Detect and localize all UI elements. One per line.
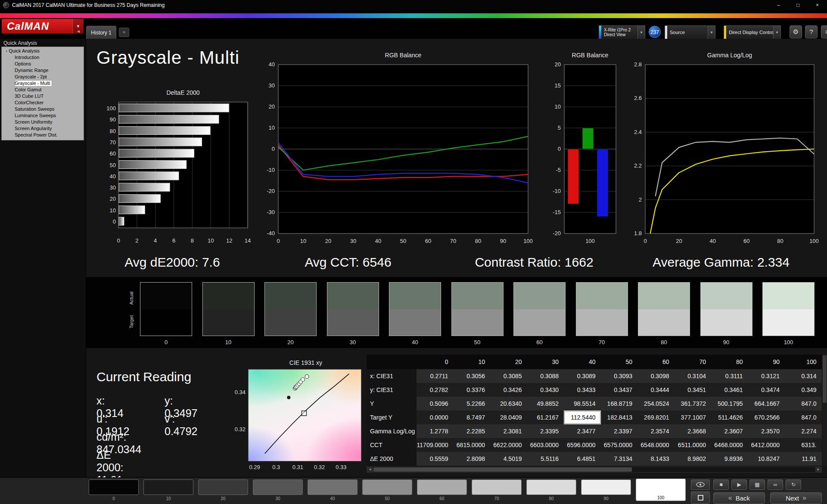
table-cell[interactable]: 0.314 <box>785 369 822 383</box>
pattern-window-button[interactable] <box>691 492 710 504</box>
sidebar-item-saturation-sweeps[interactable]: Saturation Sweeps <box>2 106 84 112</box>
table-cell[interactable]: 670.2566 <box>748 411 785 424</box>
table-cell[interactable]: 0.3121 <box>748 369 785 383</box>
table-cell[interactable]: 6596.0000 <box>564 438 601 452</box>
table-cell[interactable]: 6575.0000 <box>601 438 638 452</box>
patch-button-100[interactable]: 100 <box>636 479 686 501</box>
table-cell[interactable]: 0.3111 <box>711 369 748 383</box>
patch-button-30[interactable] <box>253 479 303 495</box>
refresh-button[interactable]: ↻ <box>786 479 801 490</box>
table-cell[interactable]: 254.0524 <box>637 397 675 411</box>
table-cell[interactable]: 2.3574 <box>637 424 675 438</box>
next-button[interactable]: Next » <box>770 492 822 504</box>
scrollbar-thumb[interactable] <box>373 467 632 472</box>
play-button[interactable]: ▶ <box>731 479 747 490</box>
vertical-scrollbar-thumb[interactable] <box>823 355 827 403</box>
display-control-dropdown-arrow-icon[interactable]: ▼ <box>773 26 780 39</box>
table-cell[interactable]: 2.274 <box>785 424 822 438</box>
table-cell[interactable]: 0.3433 <box>564 383 601 397</box>
table-cell[interactable]: 112.5440 <box>564 411 601 424</box>
patch-button-80[interactable] <box>526 479 576 495</box>
back-button[interactable]: « Back <box>713 492 765 504</box>
table-cell[interactable]: 500.1795 <box>711 397 748 411</box>
patch-button-10[interactable] <box>143 479 193 495</box>
table-cell[interactable]: 0.3474 <box>748 383 785 397</box>
patch-button-70[interactable] <box>472 479 522 495</box>
table-cell[interactable]: 0.5096 <box>417 397 454 411</box>
sidebar-item-options[interactable]: Options <box>2 61 84 67</box>
table-cell[interactable]: 0.3461 <box>711 383 748 397</box>
stop-button[interactable]: ■ <box>713 479 729 490</box>
source-dropdown-arrow-icon[interactable]: ▼ <box>708 26 715 39</box>
table-cell[interactable]: 0.3056 <box>454 369 491 383</box>
table-cell[interactable]: 6548.0000 <box>637 438 675 452</box>
table-cell[interactable]: 0.3085 <box>490 369 527 383</box>
sidebar-item-luminance-sweeps[interactable]: Luminance Sweeps <box>2 112 84 119</box>
meter-dropdown[interactable]: X-Rite i1Pro 2 Direct View ▼ <box>599 25 645 39</box>
table-cell[interactable]: 8.1433 <box>637 452 675 466</box>
table-cell[interactable]: 0.3376 <box>454 383 491 397</box>
loop-button[interactable]: ∞ <box>768 479 783 490</box>
table-cell[interactable]: 6313. <box>785 438 822 452</box>
sidebar-item-spectral-power-dist[interactable]: Spectral Power Dist. <box>2 132 84 138</box>
minimize-button[interactable]: – <box>769 0 788 10</box>
sidebar-item-screen-angularity[interactable]: Screen Angularity <box>2 125 84 132</box>
display-control-dropdown[interactable]: Direct Display Control ▼ <box>724 25 781 39</box>
collapse-sidebar-button[interactable]: ◄ <box>74 28 83 35</box>
table-cell[interactable]: 6815.0000 <box>454 438 491 452</box>
table-cell[interactable]: 0.5559 <box>417 452 454 466</box>
table-cell[interactable]: 28.0409 <box>490 411 527 424</box>
table-cell[interactable]: 0.3444 <box>637 383 675 397</box>
patch-button-50[interactable] <box>362 479 412 495</box>
patch-button-60[interactable] <box>417 479 467 495</box>
sidebar-item-3d-cube-lut[interactable]: 3D Cube LUT <box>2 93 84 100</box>
table-cell[interactable]: 847.0 <box>785 411 822 424</box>
preview-eye-button[interactable] <box>691 479 710 490</box>
sidebar-item-colorchecker[interactable]: ColorChecker <box>2 100 84 106</box>
sidebar-item-screen-uniformity[interactable]: Screen Uniformity <box>2 119 84 125</box>
table-cell[interactable]: 0.2711 <box>417 369 454 383</box>
table-cell[interactable]: 2.3477 <box>564 424 601 438</box>
table-cell[interactable]: 5.5116 <box>527 452 564 466</box>
table-cell[interactable]: 2.3397 <box>601 424 638 438</box>
table-cell[interactable]: 0.3430 <box>527 383 564 397</box>
patch-button-40[interactable] <box>308 479 358 495</box>
table-cell[interactable]: 2.3395 <box>527 424 564 438</box>
sidebar-item-introduction[interactable]: Introduction <box>2 54 84 61</box>
scroll-left-arrow-icon[interactable]: ◄ <box>367 467 373 472</box>
sidebar-item-grayscale-2pt[interactable]: Grayscale - 2pt <box>2 74 84 80</box>
table-cell[interactable]: 6603.0000 <box>527 438 564 452</box>
close-button[interactable]: × <box>808 0 827 10</box>
table-cell[interactable]: 2.3081 <box>490 424 527 438</box>
table-cell[interactable]: 11.91 <box>785 452 822 466</box>
table-cell[interactable]: 2.8098 <box>454 452 491 466</box>
table-vertical-scrollbar[interactable] <box>822 355 827 466</box>
calman-logo-button[interactable]: CalMAN ▼ <box>2 19 84 34</box>
table-cell[interactable]: 10.8247 <box>748 452 785 466</box>
sidebar-item-quick-analysis[interactable]: ▪Quick Analysis <box>2 48 84 54</box>
overflow-button[interactable]: ≡ <box>821 25 827 38</box>
help-button[interactable]: ? <box>805 25 818 38</box>
table-cell[interactable]: 6622.0000 <box>490 438 527 452</box>
table-cell[interactable]: 9.8936 <box>711 452 748 466</box>
patch-button-20[interactable] <box>198 479 248 495</box>
table-cell[interactable]: 0.3437 <box>601 383 638 397</box>
table-cell[interactable]: 0.3451 <box>675 383 712 397</box>
table-cell[interactable]: 6511.0000 <box>675 438 712 452</box>
table-cell[interactable]: 0.3426 <box>490 383 527 397</box>
tab-history-1[interactable]: History 1 <box>86 26 116 39</box>
maximize-button[interactable]: □ <box>788 0 808 10</box>
table-cell[interactable]: 0.3088 <box>527 369 564 383</box>
table-cell[interactable]: 20.6340 <box>490 397 527 411</box>
table-cell[interactable]: 6.4851 <box>564 452 601 466</box>
table-cell[interactable]: 2.3607 <box>711 424 748 438</box>
table-cell[interactable]: 664.1667 <box>748 397 785 411</box>
table-cell[interactable]: 847.0 <box>785 397 822 411</box>
table-cell[interactable]: 2.2285 <box>454 424 491 438</box>
table-cell[interactable]: 0.0000 <box>417 411 454 424</box>
patch-button-90[interactable] <box>581 479 631 495</box>
checker-button[interactable]: ▦ <box>749 479 765 490</box>
meter-dropdown-arrow-icon[interactable]: ▼ <box>637 26 645 39</box>
table-cell[interactable]: 8.9802 <box>675 452 712 466</box>
table-cell[interactable]: 0.2782 <box>417 383 454 397</box>
